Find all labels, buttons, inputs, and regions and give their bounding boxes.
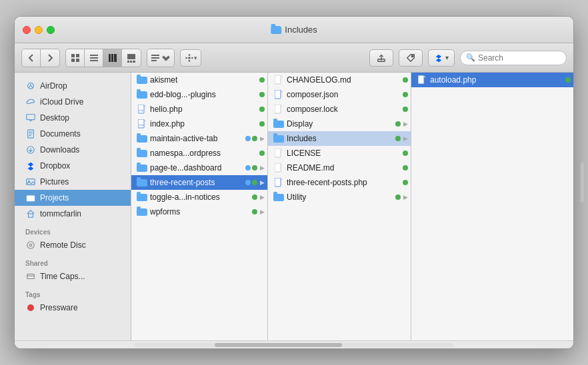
file-status: [252, 209, 257, 214]
search-icon: 🔍: [466, 53, 475, 62]
svg-point-20: [185, 57, 187, 59]
window-title: Includes: [271, 25, 317, 35]
list-item[interactable]: Utility ▶: [268, 190, 411, 204]
file-name: composer.lock: [287, 105, 400, 114]
close-button[interactable]: [23, 26, 31, 34]
sidebar-item-airdrop[interactable]: AirDrop: [15, 78, 131, 94]
sidebar-item-dropbox[interactable]: Dropbox: [15, 158, 131, 174]
airdrop-label: AirDrop: [40, 81, 67, 91]
list-item[interactable]: composer.lock: [268, 102, 411, 117]
title-folder-icon: [271, 26, 281, 34]
main-area: AirDrop iCloud Drive Des: [15, 73, 573, 340]
svg-rect-52: [275, 75, 281, 84]
list-item[interactable]: php index.php: [131, 117, 267, 131]
status-green-icon: [252, 194, 257, 200]
svg-rect-16: [151, 60, 157, 61]
list-item[interactable]: Display ▶: [268, 117, 411, 131]
devices-section: Devices: [15, 222, 131, 237]
list-item[interactable]: wpforms ▶: [131, 204, 267, 219]
svg-rect-14: [151, 55, 159, 56]
downloads-icon: [25, 145, 36, 155]
action-button[interactable]: ▾: [180, 49, 201, 67]
list-item[interactable]: edd-blog...-plugins: [131, 87, 267, 102]
folder-icon: [137, 134, 147, 143]
list-item[interactable]: page-te...dashboard ▶: [131, 161, 267, 175]
icon-view-button[interactable]: [66, 49, 85, 67]
list-item[interactable]: Includes ▶: [268, 131, 411, 146]
list-view-button[interactable]: [85, 49, 103, 67]
arrange-button[interactable]: [147, 49, 174, 67]
maximize-button[interactable]: [47, 26, 55, 34]
sidebar-item-desktop[interactable]: Desktop: [15, 110, 131, 126]
sidebar-item-projects[interactable]: Projects: [15, 190, 131, 206]
list-item[interactable]: toggle-a...in-notices ▶: [131, 190, 267, 204]
arrange-button-group: [147, 49, 175, 67]
status-green-icon: [565, 77, 571, 83]
pictures-icon: [25, 177, 36, 187]
gallery-view-button[interactable]: [122, 49, 141, 67]
doc-file-icon: [273, 149, 284, 158]
list-item[interactable]: namespa...ordpress: [131, 146, 267, 161]
search-input[interactable]: [478, 53, 561, 63]
sidebar-item-timecapsule[interactable]: Time Caps...: [15, 268, 131, 284]
file-status: [395, 194, 401, 200]
svg-marker-53: [281, 75, 283, 77]
file-name: maintain-active-tab: [150, 134, 243, 143]
projects-label: Projects: [40, 193, 69, 202]
list-item[interactable]: three-recent-posts ▶: [131, 175, 267, 190]
back-button[interactable]: [22, 49, 41, 67]
php-file-icon: php: [137, 105, 147, 114]
php-file-icon: [417, 75, 427, 85]
file-status: [395, 121, 401, 127]
list-item[interactable]: composer.json: [268, 87, 411, 102]
sidebar: AirDrop iCloud Drive Des: [15, 73, 131, 340]
projects-icon: [25, 192, 36, 203]
file-status: [252, 194, 257, 200]
expand-arrow: ▶: [260, 179, 265, 186]
file-status: [395, 136, 401, 141]
svg-rect-40: [29, 214, 33, 217]
list-item[interactable]: akismet: [131, 73, 267, 87]
forward-button[interactable]: [41, 49, 59, 67]
sidebar-item-documents[interactable]: Documents: [15, 126, 131, 142]
sidebar-item-pictures[interactable]: Pictures: [15, 174, 131, 190]
list-item[interactable]: three-recent-posts.php: [268, 175, 411, 190]
list-item[interactable]: CHANGELOG.md: [268, 73, 411, 87]
dropbox-label: Dropbox: [40, 161, 70, 171]
downloads-label: Downloads: [40, 145, 79, 155]
status-green-icon: [252, 209, 257, 214]
svg-rect-27: [27, 115, 35, 120]
sidebar-item-pressware[interactable]: Pressware: [15, 300, 131, 316]
svg-rect-15: [151, 57, 159, 59]
sidebar-item-downloads[interactable]: Downloads: [15, 142, 131, 158]
traffic-lights: [23, 26, 55, 34]
tag-button[interactable]: [399, 49, 423, 67]
list-item[interactable]: autoload.php: [411, 73, 573, 87]
svg-point-41: [27, 242, 35, 249]
file-status: [403, 77, 408, 83]
toolbar: ▾ ▾ 🔍: [15, 43, 573, 73]
share-button[interactable]: [369, 49, 393, 67]
list-item[interactable]: php hello.php: [131, 102, 267, 117]
dropbox-button[interactable]: ▾: [428, 49, 455, 67]
list-item[interactable]: LICENSE: [268, 146, 411, 161]
svg-rect-6: [90, 60, 98, 61]
list-item[interactable]: maintain-active-tab ▶: [131, 131, 267, 146]
file-name: autoload.php: [430, 75, 563, 85]
svg-rect-54: [275, 90, 281, 99]
tag-color-icon: [25, 302, 36, 313]
list-item[interactable]: README.md: [268, 161, 411, 175]
svg-point-24: [411, 55, 413, 57]
minimize-button[interactable]: [35, 26, 43, 34]
column-view-button[interactable]: [103, 49, 122, 67]
svg-rect-8: [111, 54, 113, 62]
svg-point-17: [188, 57, 191, 59]
file-column-3: autoload.php: [411, 73, 573, 340]
sidebar-item-home[interactable]: tommcfarlin: [15, 206, 131, 222]
sidebar-item-remote-disc[interactable]: Remote Disc: [15, 237, 131, 253]
php-file-icon: [273, 178, 284, 187]
search-box[interactable]: 🔍: [460, 51, 567, 65]
sidebar-item-icloud[interactable]: iCloud Drive: [15, 94, 131, 110]
status-green-icon: [259, 92, 265, 97]
svg-rect-58: [275, 149, 281, 157]
